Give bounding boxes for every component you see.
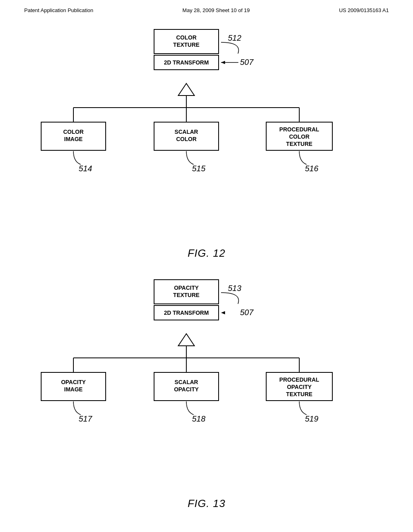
svg-marker-33: [221, 311, 225, 314]
svg-text:TEXTURE: TEXTURE: [286, 391, 312, 397]
svg-text:OPACITY: OPACITY: [174, 285, 199, 291]
page-header: Patent Application Publication May 28, 2…: [0, 0, 413, 17]
svg-rect-0: [154, 29, 219, 54]
svg-text:512: 512: [228, 33, 241, 42]
svg-rect-30: [154, 305, 219, 320]
svg-text:518: 518: [192, 414, 205, 423]
svg-marker-35: [178, 334, 194, 346]
svg-rect-14: [41, 122, 106, 150]
svg-text:513: 513: [228, 284, 241, 293]
svg-text:IMAGE: IMAGE: [64, 136, 83, 142]
svg-text:507: 507: [240, 58, 254, 66]
svg-rect-41: [41, 372, 106, 401]
svg-marker-8: [178, 83, 194, 96]
svg-rect-3: [154, 55, 219, 70]
fig13-label: FIG. 13: [0, 493, 413, 518]
svg-text:516: 516: [305, 164, 319, 173]
svg-text:2D TRANSFORM: 2D TRANSFORM: [164, 59, 209, 66]
svg-text:OPACITY: OPACITY: [174, 386, 199, 393]
svg-text:2D TRANSFORM: 2D TRANSFORM: [164, 310, 209, 316]
svg-text:507: 507: [240, 308, 254, 317]
fig12-label: FIG. 12: [0, 243, 413, 268]
svg-text:OPACITY: OPACITY: [287, 384, 312, 390]
svg-text:514: 514: [79, 164, 92, 173]
svg-text:TEXTURE: TEXTURE: [173, 42, 199, 48]
fig13-diagram: OPACITY TEXTURE 2D TRANSFORM 513 507 OPA…: [0, 268, 413, 493]
svg-text:519: 519: [305, 414, 318, 423]
svg-text:COLOR: COLOR: [63, 129, 84, 135]
svg-text:515: 515: [192, 164, 206, 173]
svg-text:PROCEDURAL: PROCEDURAL: [280, 126, 319, 133]
svg-rect-47: [266, 372, 332, 401]
svg-rect-27: [154, 280, 219, 304]
svg-text:TEXTURE: TEXTURE: [286, 141, 312, 147]
header-left: Patent Application Publication: [24, 7, 93, 13]
svg-marker-6: [221, 61, 225, 64]
svg-text:IMAGE: IMAGE: [64, 386, 83, 393]
svg-rect-20: [266, 122, 332, 150]
svg-text:COLOR: COLOR: [176, 34, 197, 41]
fig12-diagram: COLOR TEXTURE 2D TRANSFORM 512 507 COLOR…: [0, 17, 413, 243]
svg-text:PROCEDURAL: PROCEDURAL: [280, 376, 319, 383]
svg-text:SCALAR: SCALAR: [175, 379, 198, 385]
svg-text:TEXTURE: TEXTURE: [173, 292, 199, 298]
svg-text:OPACITY: OPACITY: [61, 379, 86, 385]
svg-text:SCALAR: SCALAR: [175, 129, 198, 135]
svg-rect-17: [154, 122, 219, 150]
svg-text:517: 517: [79, 414, 92, 423]
svg-text:COLOR: COLOR: [176, 136, 197, 142]
svg-text:COLOR: COLOR: [289, 133, 310, 140]
header-right: US 2009/0135163 A1: [339, 7, 389, 13]
header-middle: May 28, 2009 Sheet 10 of 19: [182, 7, 250, 13]
svg-rect-44: [154, 372, 219, 401]
